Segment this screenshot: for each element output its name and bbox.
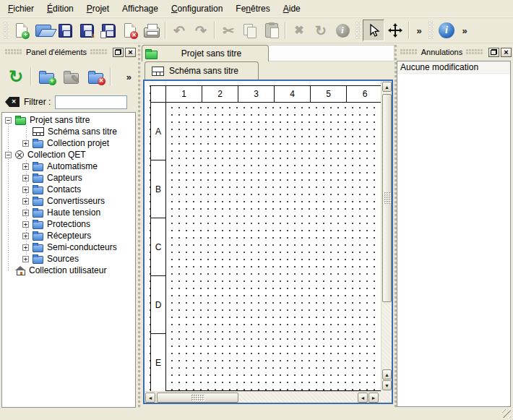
left-splitter-handle[interactable] bbox=[137, 45, 141, 408]
page-overlay-icon bbox=[100, 31, 106, 38]
new-category-button[interactable]: + bbox=[34, 64, 59, 89]
expand-expander[interactable]: + bbox=[22, 210, 29, 216]
tree-item-collection-projet[interactable]: +Collection projet bbox=[2, 137, 135, 149]
new-project-button[interactable]: + bbox=[11, 20, 33, 41]
dock-drag-texture[interactable] bbox=[5, 49, 22, 55]
element-info-button[interactable]: i bbox=[332, 20, 353, 41]
about-qet-button[interactable]: i bbox=[436, 20, 457, 41]
horizontal-scrollbar[interactable]: ◄ ◄ ► bbox=[145, 391, 381, 403]
expand-expander[interactable]: + bbox=[22, 233, 29, 239]
expand-expander[interactable]: + bbox=[22, 187, 29, 193]
tree-item-sources[interactable]: +Sources bbox=[2, 253, 135, 265]
undo-history-list: Aucune modification bbox=[397, 61, 511, 407]
column-header-5: 5 bbox=[311, 86, 347, 103]
menu-affichage[interactable]: Affichage bbox=[116, 1, 165, 17]
arrow-left-icon: ◄ bbox=[148, 395, 153, 400]
menu-fichier[interactable]: Fichier bbox=[1, 1, 40, 17]
pencil-icon: ✎ bbox=[71, 74, 80, 85]
expand-expander[interactable]: + bbox=[22, 221, 29, 228]
redo-button[interactable]: ↷ bbox=[190, 20, 212, 41]
close-file-button[interactable]: ✕ bbox=[119, 20, 141, 41]
menu-configuration[interactable]: Configuration bbox=[165, 1, 229, 17]
menu-projet[interactable]: Projet bbox=[80, 1, 116, 17]
tab-project[interactable]: Projet sans titre bbox=[142, 45, 269, 61]
expand-expander[interactable]: + bbox=[22, 163, 29, 170]
scroll-left-button-2[interactable]: ◄ bbox=[358, 393, 368, 403]
save-as-button[interactable]: ✎ bbox=[76, 20, 98, 41]
tree-item-schema-sans-titre[interactable]: Schéma sans titre bbox=[2, 126, 135, 137]
dock-drag-texture[interactable] bbox=[90, 49, 108, 55]
toolbar-separator bbox=[285, 22, 286, 39]
move-tool-button[interactable] bbox=[384, 20, 406, 41]
tab-schema[interactable]: Schéma sans titre bbox=[145, 61, 259, 80]
horizontal-scroll-thumb[interactable] bbox=[157, 393, 238, 403]
close-panel-button[interactable]: × bbox=[125, 48, 136, 57]
expand-expander[interactable]: + bbox=[22, 198, 29, 205]
float-panel-button[interactable] bbox=[488, 48, 499, 57]
undo-button[interactable]: ↶ bbox=[168, 20, 190, 41]
paste-button[interactable] bbox=[261, 20, 283, 41]
collapse-expander[interactable]: − bbox=[5, 152, 12, 158]
scroll-left-button[interactable]: ◄ bbox=[145, 393, 155, 403]
toolbar-overflow-button[interactable]: » bbox=[412, 20, 426, 41]
delete-category-button[interactable]: ✕ bbox=[83, 64, 108, 89]
folder-icon bbox=[33, 140, 43, 148]
expand-expander[interactable]: + bbox=[22, 175, 29, 181]
filter-input[interactable] bbox=[55, 95, 127, 109]
reload-collections-button[interactable]: ↻ bbox=[4, 64, 28, 89]
vertical-scrollbar[interactable]: ▲ ▲ ▼ bbox=[381, 81, 392, 391]
scroll-right-button[interactable]: ► bbox=[368, 393, 379, 403]
tree-item-automatisme[interactable]: +Automatisme bbox=[2, 160, 135, 172]
collapse-expander[interactable]: − bbox=[5, 117, 12, 124]
toolbar-separator bbox=[214, 22, 215, 39]
edit-category-button[interactable]: ✎ bbox=[59, 64, 83, 89]
expand-expander[interactable]: + bbox=[22, 140, 29, 147]
tree-item-convertisseurs[interactable]: +Convertisseurs bbox=[2, 195, 135, 207]
toolbar-drag-handle[interactable] bbox=[4, 21, 9, 40]
scroll-down-button[interactable]: ▼ bbox=[382, 380, 392, 390]
tree-item-protections[interactable]: +Protections bbox=[2, 218, 135, 230]
scroll-up-button-2[interactable]: ▲ bbox=[382, 369, 392, 380]
toolbar-drag-handle[interactable] bbox=[428, 21, 434, 40]
folder-icon bbox=[33, 221, 43, 229]
toolbar-overflow-button-2[interactable]: » bbox=[457, 20, 472, 41]
dock-drag-texture[interactable] bbox=[400, 49, 418, 55]
copy-button[interactable] bbox=[239, 20, 261, 41]
menu-aide[interactable]: Aide bbox=[277, 1, 307, 17]
undo-list-item[interactable]: Aucune modification bbox=[397, 61, 510, 74]
clear-filter-button[interactable]: ✕ bbox=[5, 97, 20, 107]
menu-fenetres[interactable]: Fenêtres bbox=[229, 1, 276, 17]
dock-drag-texture[interactable] bbox=[466, 49, 483, 55]
scroll-up-button[interactable]: ▲ bbox=[382, 82, 392, 92]
resize-grip[interactable] bbox=[502, 409, 511, 418]
tree-item-collection-qet[interactable]: −Collection QET bbox=[2, 149, 135, 160]
tree-item-haute-tension[interactable]: +Haute tension bbox=[2, 207, 135, 218]
print-button[interactable] bbox=[141, 20, 163, 41]
float-panel-button[interactable] bbox=[113, 48, 124, 57]
close-panel-button[interactable]: × bbox=[501, 48, 512, 57]
clear-filter-x-icon: ✕ bbox=[12, 99, 17, 105]
cut-icon: ✂ bbox=[223, 24, 234, 38]
select-tool-button[interactable] bbox=[363, 20, 384, 41]
expand-expander[interactable]: + bbox=[22, 244, 29, 251]
open-project-button[interactable] bbox=[33, 20, 54, 41]
tree-item-contacts[interactable]: +Contacts bbox=[2, 184, 135, 195]
tree-item-recepteurs[interactable]: +Récepteurs bbox=[2, 230, 135, 241]
tree-item-capteurs[interactable]: +Capteurs bbox=[2, 172, 135, 184]
status-bar bbox=[0, 408, 513, 420]
delete-button[interactable]: ✖ bbox=[288, 20, 310, 41]
save-all-button[interactable] bbox=[98, 20, 119, 41]
expand-expander[interactable]: + bbox=[22, 256, 29, 262]
menu-edition[interactable]: Édition bbox=[40, 1, 80, 17]
tree-item-projet-sans-titre[interactable]: −Projet sans titre bbox=[2, 114, 135, 126]
cut-button[interactable]: ✂ bbox=[217, 20, 239, 41]
panel-overflow-button[interactable]: » bbox=[126, 72, 132, 82]
toolbar-drag-handle[interactable] bbox=[355, 21, 361, 40]
tree-item-collection-utilisateur[interactable]: Collection utilisateur bbox=[2, 265, 135, 276]
rotate-button[interactable]: ↻ bbox=[310, 20, 332, 41]
vertical-scroll-thumb[interactable] bbox=[382, 94, 392, 302]
diagram-canvas[interactable]: 123456 ABCDE bbox=[145, 81, 381, 391]
tree-item-label: Protections bbox=[47, 219, 90, 229]
tree-item-semi-conducteurs[interactable]: +Semi-conducteurs bbox=[2, 241, 135, 253]
save-button[interactable] bbox=[54, 20, 76, 41]
